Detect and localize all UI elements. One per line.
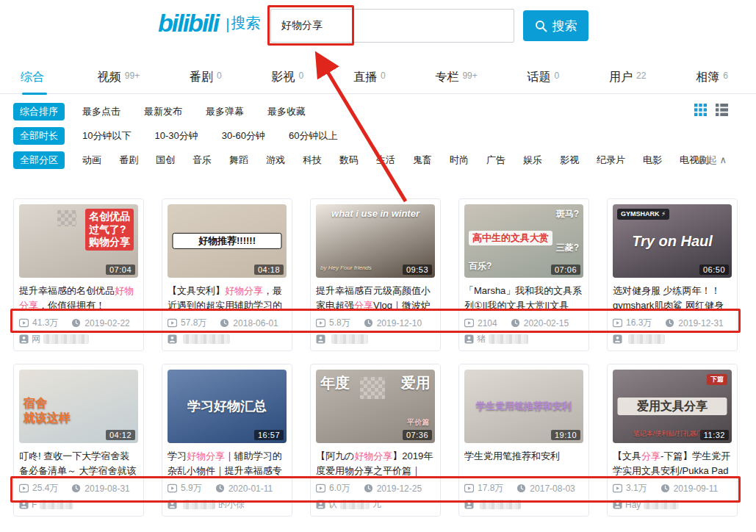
filter-link-舞蹈[interactable]: 舞蹈 — [229, 154, 248, 167]
video-card[interactable]: 学习好物汇总16:57 学习好物分享｜辅助学习的杂乱小物件｜提升幸福感专 5.9… — [162, 364, 292, 517]
uploader-row[interactable] — [464, 498, 583, 511]
tab-count: 99+ — [125, 71, 140, 81]
filter-link-动画[interactable]: 动画 — [82, 154, 101, 167]
filter-link-时尚[interactable]: 时尚 — [450, 154, 469, 167]
uploader-row[interactable] — [613, 333, 732, 345]
video-card[interactable]: 宿舍 就该这样04:12 叮咚! 查收一下大学宿舍装备必备清单～ 大学宿舍就该 … — [13, 364, 144, 517]
filter-link-生活[interactable]: 生活 — [376, 154, 395, 167]
video-thumbnail[interactable]: 学习好物汇总16:57 — [168, 370, 287, 443]
uploader-row[interactable]: 认 九 — [316, 498, 435, 511]
filter-link-10分钟以下[interactable]: 10分钟以下 — [82, 129, 131, 143]
uploader-row[interactable] — [168, 333, 287, 345]
search-input[interactable] — [270, 9, 514, 43]
filter-link-最多收藏[interactable]: 最多收藏 — [267, 105, 306, 118]
filter-link-60分钟以上[interactable]: 60分钟以上 — [289, 129, 337, 143]
search-button[interactable]: 搜索 — [523, 10, 588, 41]
filter-link-国创[interactable]: 国创 — [156, 154, 175, 167]
sort-links: 最多点击最新发布最多弹幕最多收藏 — [82, 105, 329, 118]
video-title[interactable]: 选对健身服 少练两年！！gymshark肌肉鲨 网红健身 — [613, 284, 732, 313]
video-thumbnail[interactable]: 斑马?高中生的文具大赏三菱?百乐?07:06 — [464, 204, 583, 278]
video-card[interactable]: what i use in winterby Hey Four friends0… — [310, 198, 441, 351]
filter-link-数码[interactable]: 数码 — [339, 154, 359, 167]
upload-date: 2017-08-03 — [530, 484, 575, 494]
video-thumbnail[interactable]: 好物推荐!!!!!!04:18 — [168, 204, 287, 278]
uploader-row[interactable] — [316, 333, 435, 345]
collapse-link[interactable]: 收起 ∧ — [698, 154, 727, 167]
filter-link-最新发布[interactable]: 最新发布 — [144, 105, 182, 118]
video-title[interactable]: 【阿九の好物分享】2019年度爱用物分享之平价篇｜ — [316, 449, 435, 478]
filter-link-广告[interactable]: 广告 — [486, 154, 505, 167]
result-tab-综合[interactable]: 综合 — [21, 62, 48, 94]
filter-link-鬼畜[interactable]: 鬼畜 — [413, 154, 432, 167]
filter-link-科技[interactable]: 科技 — [303, 154, 322, 167]
video-card[interactable]: GYMSHARK ⚡Try on Haul06:50 选对健身服 少练两年！！g… — [607, 198, 738, 351]
thumbnail-text: 高中生的文具大赏 — [469, 231, 552, 245]
video-title[interactable]: 提升幸福感百元级高颜值小家电超强分享Vlog｜微波炉 — [316, 284, 435, 313]
filter-link-影视[interactable]: 影视 — [560, 154, 579, 167]
result-tab-专栏[interactable]: 专栏 99+ — [435, 62, 477, 94]
result-tab-番剧[interactable]: 番剧 0 — [190, 62, 222, 94]
video-thumbnail[interactable]: 学生党用笔推荐和安利19:10 — [464, 370, 583, 443]
zone-links: 动画番剧国创音乐舞蹈游戏科技数码生活鬼畜时尚广告娱乐影视纪录片电影电视剧 — [82, 154, 726, 167]
filter-link-音乐[interactable]: 音乐 — [192, 154, 212, 167]
video-title[interactable]: 【文具安利】好物分享，最近遇到的超实用辅助学习的 — [168, 284, 287, 313]
uploader-row[interactable]: F — [19, 498, 138, 511]
thumbnail-text: 百乐? — [469, 261, 492, 272]
video-card[interactable]: 下篇爱用文具分享笔记本/便利贴/打孔器/下单11:32 【文具分享-下篇】学生党… — [607, 364, 738, 517]
result-tab-影视[interactable]: 影视 0 — [271, 62, 303, 94]
result-tab-相簿[interactable]: 相簿 6 — [696, 62, 728, 94]
filter-link-最多弹幕[interactable]: 最多弹幕 — [206, 105, 244, 118]
upload-date-icon — [71, 318, 81, 328]
video-title[interactable]: 叮咚! 查收一下大学宿舍装备必备清单～ 大学宿舍就该 — [19, 449, 138, 478]
zone-active-button[interactable]: 全部分区 — [13, 151, 65, 169]
uploader-name-blurred — [480, 500, 521, 509]
filter-link-娱乐[interactable]: 娱乐 — [523, 154, 542, 167]
video-title[interactable]: 提升幸福感的名创优品好物分享，你值得拥有！ — [19, 284, 138, 313]
upload-date-icon — [516, 484, 526, 493]
video-thumbnail[interactable]: 名创优品 过气了? 购物分享07:04 — [19, 204, 138, 278]
uploader-row[interactable]: 网 — [19, 333, 138, 345]
filter-link-10-30分钟[interactable]: 10-30分钟 — [154, 129, 198, 143]
duration-badge: 04:12 — [106, 430, 135, 440]
uploader-row[interactable]: 的小徐 — [168, 498, 287, 511]
grid-view-icon[interactable] — [694, 104, 707, 119]
upload-date-icon — [215, 484, 225, 493]
tab-label: 综合 — [21, 70, 44, 85]
video-card[interactable]: 学生党用笔推荐和安利19:10 学生党用笔推荐和安利 17.8万 2017-08… — [458, 364, 589, 517]
sort-active-button[interactable]: 综合排序 — [13, 103, 65, 121]
video-card[interactable]: 斑马?高中生的文具大赏三菱?百乐?07:06 「Marsha」我和我的文具系列①… — [458, 198, 589, 351]
thumbnail-text: 名创优品 过气了? 购物分享 — [85, 209, 134, 251]
filter-link-番剧[interactable]: 番剧 — [119, 154, 138, 167]
video-thumbnail[interactable]: what i use in winterby Hey Four friends0… — [316, 204, 435, 278]
result-tab-话题[interactable]: 话题 0 — [528, 62, 560, 94]
video-card[interactable]: 年度爱用平价篇07:36 【阿九の好物分享】2019年度爱用物分享之平价篇｜ 6… — [310, 364, 441, 517]
filter-link-最多点击[interactable]: 最多点击 — [82, 105, 120, 118]
filter-link-30-60分钟[interactable]: 30-60分钟 — [222, 129, 265, 143]
upload-date-icon — [220, 318, 229, 328]
uploader-name-blurred — [43, 334, 89, 344]
tab-label: 番剧 — [190, 70, 213, 85]
bilibili-logo[interactable]: bilibili | 搜索 — [158, 10, 260, 35]
filter-link-纪录片[interactable]: 纪录片 — [597, 154, 625, 167]
result-tab-视频[interactable]: 视频 99+ — [98, 62, 140, 94]
video-title[interactable]: 学生党用笔推荐和安利 — [464, 449, 583, 478]
video-thumbnail[interactable]: GYMSHARK ⚡Try on Haul06:50 — [613, 204, 732, 278]
result-tab-用户[interactable]: 用户 22 — [609, 62, 646, 94]
duration-badge: 09:53 — [403, 265, 432, 275]
list-view-icon[interactable] — [716, 104, 728, 119]
video-thumbnail[interactable]: 年度爱用平价篇07:36 — [316, 370, 435, 443]
video-title[interactable]: 【文具分享-下篇】学生党开学实用文具安利/Pukka Pad — [613, 449, 732, 478]
video-title[interactable]: 学习好物分享｜辅助学习的杂乱小物件｜提升幸福感专 — [168, 449, 287, 478]
uploader-row[interactable]: Hay — [613, 498, 732, 511]
filter-link-游戏[interactable]: 游戏 — [266, 154, 285, 167]
result-tab-直播[interactable]: 直播 0 — [353, 62, 386, 94]
video-card[interactable]: 好物推荐!!!!!!04:18 【文具安利】好物分享，最近遇到的超实用辅助学习的… — [162, 198, 292, 351]
video-thumbnail[interactable]: 宿舍 就该这样04:12 — [19, 370, 138, 443]
filter-link-电影[interactable]: 电影 — [643, 154, 662, 167]
play-count: 41.3万 — [32, 317, 58, 329]
video-thumbnail[interactable]: 下篇爱用文具分享笔记本/便利贴/打孔器/下单11:32 — [613, 370, 732, 443]
video-card[interactable]: 名创优品 过气了? 购物分享07:04 提升幸福感的名创优品好物分享，你值得拥有… — [13, 198, 144, 351]
duration-active-button[interactable]: 全部时长 — [13, 127, 65, 145]
uploader-row[interactable]: 猪 — [464, 333, 583, 345]
video-title[interactable]: 「Marsha」我和我的文具系列①||我的文具大赏||文具 — [464, 284, 583, 313]
